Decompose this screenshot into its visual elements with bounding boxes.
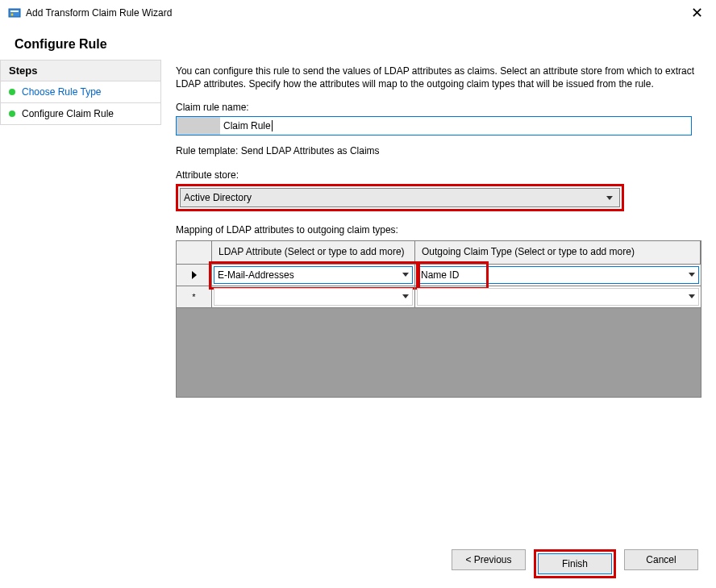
chevron-down-icon (689, 294, 695, 298)
rule-name-selection (177, 117, 220, 135)
step-configure-claim-rule[interactable]: Configure Claim Rule (0, 103, 161, 125)
ldap-attribute-select[interactable]: E-Mail-Addresses (214, 266, 413, 284)
table-corner (177, 241, 212, 265)
svg-rect-1 (10, 10, 19, 12)
mapping-table: LDAP Attribute (Select or type to add mo… (176, 240, 701, 398)
row-indicator (177, 265, 212, 286)
outgoing-claim-select[interactable]: Name ID (417, 266, 699, 284)
page-title: Configure Rule (0, 26, 716, 55)
rule-name-text: Claim Rule (220, 117, 276, 135)
attribute-store-select[interactable]: Active Directory (180, 188, 620, 207)
chevron-down-icon (402, 273, 409, 277)
outgoing-claim-cell (415, 286, 701, 308)
ldap-attribute-value: E-Mail-Addresses (218, 269, 294, 281)
main-panel: You can configure this rule to send the … (161, 55, 716, 547)
steps-sidebar: Steps Choose Rule Type Configure Claim R… (0, 55, 161, 547)
finish-button[interactable]: Finish (538, 553, 612, 574)
previous-button[interactable]: < Previous (452, 549, 526, 570)
close-icon[interactable]: ✕ (686, 4, 708, 22)
ldap-attribute-select[interactable] (214, 288, 413, 306)
chevron-down-icon (606, 196, 613, 200)
wizard-footer: < Previous Finish Cancel (0, 540, 716, 588)
mapping-label: Mapping of LDAP attributes to outgoing c… (176, 224, 701, 236)
window-title: Add Transform Claim Rule Wizard (26, 7, 686, 19)
outgoing-claim-header: Outgoing Claim Type (Select or type to a… (415, 241, 701, 265)
svg-point-2 (11, 14, 14, 16)
chevron-down-icon (402, 294, 409, 298)
outgoing-claim-cell: Name ID (415, 265, 701, 286)
ldap-attribute-cell: E-Mail-Addresses (212, 265, 415, 286)
current-row-arrow-icon (192, 271, 197, 279)
wizard-icon (8, 6, 21, 19)
attribute-store-value: Active Directory (184, 192, 606, 203)
ldap-attribute-cell (212, 286, 415, 308)
rule-name-label: Claim rule name: (176, 102, 701, 113)
cancel-button[interactable]: Cancel (624, 549, 698, 570)
step-choose-rule-type[interactable]: Choose Rule Type (0, 81, 161, 103)
step-label: Configure Claim Rule (22, 108, 114, 119)
bullet-icon (9, 111, 15, 117)
outgoing-claim-value: Name ID (421, 269, 459, 281)
steps-header: Steps (0, 60, 161, 81)
svg-rect-0 (9, 9, 20, 17)
ldap-attribute-header: LDAP Attribute (Select or type to add mo… (212, 241, 415, 265)
attribute-store-highlight: Active Directory (176, 184, 624, 211)
bullet-icon (9, 89, 15, 95)
attribute-store-label: Attribute store: (176, 169, 701, 181)
rule-name-input[interactable]: Claim Rule (176, 116, 692, 136)
table-row: E-Mail-Addresses Name ID (177, 265, 701, 286)
table-empty-area (177, 308, 701, 397)
table-header-row: LDAP Attribute (Select or type to add mo… (177, 241, 701, 265)
finish-highlight: Finish (534, 549, 616, 578)
outgoing-claim-select[interactable] (417, 288, 699, 306)
chevron-down-icon (689, 273, 695, 277)
rule-template-text: Rule template: Send LDAP Attributes as C… (176, 145, 701, 156)
table-row: * (177, 286, 701, 308)
intro-text: You can configure this rule to send the … (176, 65, 701, 90)
new-row-star-icon: * (192, 292, 195, 302)
step-label: Choose Rule Type (22, 86, 102, 98)
titlebar: Add Transform Claim Rule Wizard ✕ (0, 0, 716, 26)
row-indicator: * (177, 286, 212, 308)
